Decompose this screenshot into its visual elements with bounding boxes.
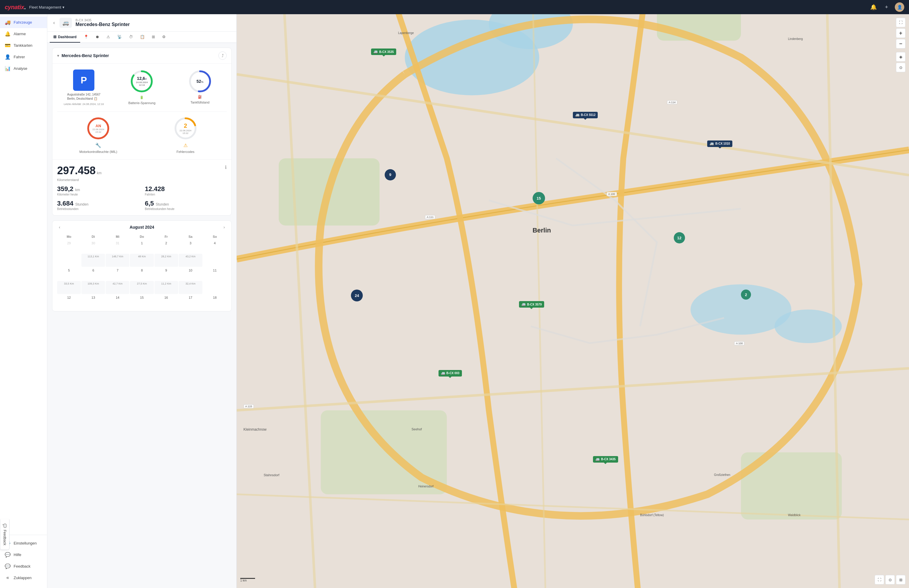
- map-target-button[interactable]: ⊙: [885, 575, 895, 585]
- battery-date: 24.08.2024 12:16: [136, 81, 148, 87]
- tab-timer[interactable]: ⏱: [125, 32, 136, 43]
- collapse-button[interactable]: ▾: [57, 53, 59, 58]
- map-zoom-out-button[interactable]: −: [896, 39, 906, 48]
- cal-day-29[interactable]: 29: [57, 240, 81, 253]
- cal-day-17[interactable]: 17: [179, 295, 202, 308]
- cal-km-row1-mo: [57, 254, 81, 267]
- module-selector[interactable]: Fleet Management ▾: [29, 5, 65, 10]
- sidebar-item-alarme[interactable]: 🔔 Alarme: [0, 28, 47, 40]
- settings2-tab-icon: ⚙: [162, 35, 166, 39]
- cal-day-9[interactable]: 9: [154, 267, 178, 280]
- cal-day-2[interactable]: 2: [154, 240, 178, 253]
- sidebar-item-fahrer[interactable]: 👤 Fahrer: [0, 51, 47, 63]
- cal-header-do: Do: [130, 234, 154, 239]
- map-select-button[interactable]: ⛶: [875, 575, 884, 585]
- cal-day-18[interactable]: 18: [203, 295, 226, 308]
- pin-bcx3535[interactable]: 🚐 B-CX 3535: [371, 48, 396, 55]
- engine-icon: 🔧: [95, 142, 101, 148]
- pin-bcx1010[interactable]: 🚐 B-CX 1010: [707, 141, 732, 147]
- calendar-prev-button[interactable]: ‹: [57, 224, 62, 230]
- calendar-card: ‹ August 2024 › Mo Di Mi Do Fr Sa: [52, 220, 232, 312]
- map-background: Berlin A 114 A 100 A 111 A 100 A 115 Kle…: [237, 14, 909, 588]
- cal-day-10[interactable]: 10: [179, 267, 202, 280]
- cluster-15[interactable]: 15: [533, 192, 545, 204]
- cal-day-30[interactable]: 30: [81, 240, 105, 253]
- truck-pin-icon: 🚐: [374, 50, 378, 54]
- stat-betrieb-label: Betriebsstunden: [57, 207, 139, 211]
- sidebar-item-tankkarten[interactable]: 💳 Tankkarten: [0, 40, 47, 51]
- engine-light-widget: AN 22.08.2024 15:32 🔧 Motorkontrollleuch…: [57, 116, 140, 153]
- sidebar-label-fahrzeuge: Fahrzeuge: [14, 20, 32, 24]
- cal-day-13[interactable]: 13: [81, 295, 105, 308]
- map-scale: 1 km: [240, 578, 255, 582]
- pin-bcx003[interactable]: 🚐 B-CX 003: [438, 370, 462, 376]
- battery-icon: 🔋: [140, 95, 144, 99]
- road-label-a100-2: A 100: [734, 341, 744, 346]
- cal-day-8[interactable]: 8: [130, 267, 154, 280]
- vehicle-header: ‹ 🚐 B-CX 3435 Mercedes-Benz Sprinter: [47, 14, 236, 32]
- map-fullscreen-button[interactable]: ⛶: [896, 18, 906, 27]
- cal-day-11[interactable]: 11: [203, 267, 226, 280]
- cal-day-7[interactable]: 7: [106, 267, 129, 280]
- cluster-12[interactable]: 12: [674, 232, 685, 244]
- pin-bcx5512[interactable]: 🚐 B-CX 5512: [573, 112, 598, 118]
- map-compass-button[interactable]: ◈: [896, 52, 906, 61]
- cal-km-row1-sa: 43,2 Km: [179, 254, 202, 267]
- cal-day-12[interactable]: 12: [57, 295, 81, 308]
- map-area[interactable]: Berlin A 114 A 100 A 111 A 100 A 115 Kle…: [237, 14, 909, 588]
- pin-bcx3579[interactable]: 🚐 B-CX 3579: [519, 301, 544, 308]
- cal-header-fr: Fr: [154, 234, 178, 239]
- cal-day-1[interactable]: 1: [130, 240, 154, 253]
- add-button[interactable]: +: [882, 2, 891, 12]
- cluster-9[interactable]: 9: [385, 169, 396, 181]
- cal-header-sa: Sa: [179, 234, 202, 239]
- sidebar-item-analyse[interactable]: 📊 Analyse: [0, 63, 47, 74]
- cal-day-3[interactable]: 3: [179, 240, 202, 253]
- calendar-grid: Mo Di Mi Do Fr Sa So 29 30 31 1: [57, 234, 226, 308]
- map-location-button[interactable]: ⊙: [896, 63, 906, 72]
- cal-day-31[interactable]: 31: [106, 240, 129, 253]
- vehicle-id: B-CX 3435: [76, 18, 232, 22]
- cal-day-4[interactable]: 4: [203, 240, 226, 253]
- road-label-a114: A 114: [667, 100, 677, 104]
- map-layers-button[interactable]: ⊞: [896, 575, 906, 585]
- cal-day-16[interactable]: 16: [154, 295, 178, 308]
- tab-grid[interactable]: ⊞: [148, 32, 159, 43]
- cluster-2[interactable]: 2: [741, 289, 751, 300]
- notifications-button[interactable]: 🔔: [869, 2, 878, 12]
- stat-km-heute: 359,2 km Kilometer heute: [57, 185, 139, 196]
- back-button[interactable]: ‹: [52, 19, 56, 27]
- cal-day-5[interactable]: 5: [57, 267, 81, 280]
- engine-light-gauge: AN 22.08.2024 15:32: [86, 116, 110, 140]
- calendar-next-button[interactable]: ›: [222, 224, 226, 230]
- alerts-tab-icon: ⚠: [107, 35, 110, 39]
- location-tab-icon: 📍: [84, 35, 89, 39]
- tab-dashboard[interactable]: ⊞ Dashboard: [50, 32, 80, 43]
- tab-recording[interactable]: ⏺: [92, 32, 103, 43]
- sidebar-item-fahrzeuge[interactable]: 🚚 Fahrzeuge: [0, 16, 47, 28]
- tab-location[interactable]: 📍: [80, 32, 92, 43]
- user-avatar[interactable]: 👤: [895, 2, 904, 12]
- stat-betrieb-heute-value: 6,5: [145, 200, 154, 207]
- cal-day-6[interactable]: 6: [81, 267, 105, 280]
- cal-day-14[interactable]: 14: [106, 295, 129, 308]
- svg-point-11: [775, 309, 842, 343]
- error-codes-label: Fehlercodes: [176, 150, 194, 153]
- tab-signal[interactable]: 📡: [114, 32, 125, 43]
- odometer-info-icon[interactable]: ℹ: [225, 165, 226, 170]
- scale-label: 1 km: [240, 579, 247, 582]
- feedback-button[interactable]: 💬 Feedback: [0, 519, 10, 550]
- sidebar-item-zuklappen[interactable]: « Zuklappen: [0, 572, 47, 583]
- pin-bcx3435[interactable]: 🚐 B-CX 3435: [593, 456, 618, 463]
- tab-settings2[interactable]: ⚙: [159, 32, 169, 43]
- sidebar-item-feedback[interactable]: 💬 Feedback: [0, 561, 47, 572]
- tab-reports[interactable]: 📋: [136, 32, 148, 43]
- tab-alerts[interactable]: ⚠: [103, 32, 114, 43]
- location-link-icon[interactable]: 📋: [94, 97, 97, 101]
- cal-km-row1-so: [203, 254, 226, 267]
- sidebar-item-hilfe[interactable]: 💬 Hilfe: [0, 549, 47, 561]
- map-zoom-in-button[interactable]: +: [896, 28, 906, 38]
- cal-day-15[interactable]: 15: [130, 295, 154, 308]
- cal-km-row1-mi: 148,7 Km: [106, 254, 129, 267]
- share-button[interactable]: ⤴: [218, 52, 226, 60]
